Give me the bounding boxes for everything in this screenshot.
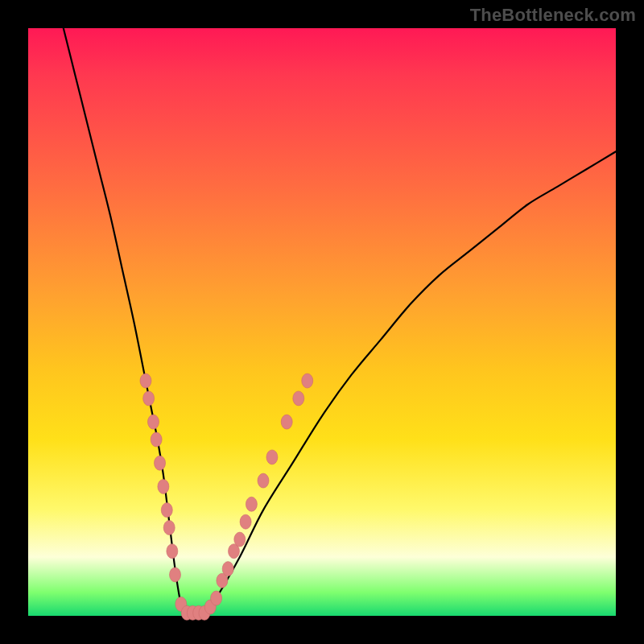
data-marker — [158, 479, 169, 493]
data-marker — [302, 374, 313, 388]
data-marker — [234, 532, 246, 547]
data-marker — [140, 374, 151, 388]
data-marker — [147, 415, 159, 429]
data-marker — [240, 514, 251, 529]
data-marker — [246, 497, 257, 511]
chart-frame: TheBottleneck.com — [0, 0, 644, 644]
data-marker — [155, 456, 166, 470]
data-marker — [151, 432, 162, 447]
data-marker — [281, 415, 292, 429]
data-marker — [161, 503, 172, 518]
data-marker — [258, 473, 269, 488]
watermark-text: TheBottleneck.com — [470, 5, 636, 26]
data-marker — [163, 521, 175, 535]
data-marker — [222, 562, 233, 576]
data-marker — [143, 391, 155, 406]
data-marker — [170, 568, 181, 582]
data-marker — [211, 591, 222, 605]
data-marker — [167, 544, 178, 559]
curve-layer — [28, 28, 616, 616]
bottleneck-curve — [64, 28, 616, 617]
data-marker — [293, 391, 304, 406]
plot-area — [28, 28, 616, 616]
data-marker — [266, 450, 278, 464]
